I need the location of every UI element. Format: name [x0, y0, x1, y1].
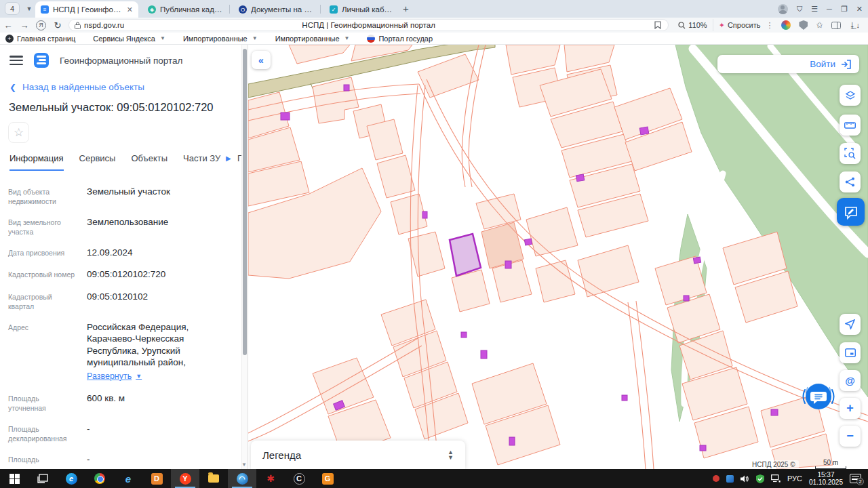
overview-map-button[interactable] — [840, 342, 861, 363]
alice-extension-icon[interactable] — [781, 20, 791, 30]
window-close-button[interactable]: ✕ — [856, 5, 863, 14]
cadastral-map[interactable]: « Войти @ + − — [248, 45, 868, 469]
window-restore-button[interactable]: ❐ — [841, 5, 848, 14]
tab-services[interactable]: Сервисы — [79, 153, 116, 171]
tab-counter[interactable]: 4 — [5, 2, 20, 15]
network-icon[interactable] — [771, 474, 781, 483]
parcel-fields: Вид объекта недвижимостиЗемельный участо… — [8, 180, 236, 488]
area-select-search-button[interactable] — [840, 143, 861, 164]
bookmark-home[interactable]: +Главная страниц — [5, 35, 75, 43]
chevron-left-icon: ❮ — [9, 83, 16, 92]
map-scale: 50 m — [815, 459, 846, 469]
yandex-button[interactable]: Я — [36, 20, 46, 30]
tabs-scroll-next-icon[interactable]: ▶ — [224, 155, 233, 162]
profile-avatar[interactable] — [778, 4, 788, 14]
ask-ai-button[interactable]: ✦ Спросить — [713, 19, 766, 31]
tab-information[interactable]: Информация — [9, 153, 64, 171]
antivirus-shield-icon[interactable] — [756, 474, 764, 483]
taskbar-chrome-icon[interactable] — [85, 469, 114, 488]
feedback-draw-button[interactable] — [837, 198, 865, 226]
start-button[interactable] — [0, 469, 28, 488]
zoom-in-button[interactable]: + — [840, 398, 861, 419]
menu-burger-icon[interactable] — [9, 56, 23, 65]
measure-ruler-button[interactable] — [840, 115, 861, 136]
taskbar-edge-icon[interactable]: e — [57, 469, 85, 488]
tab-objects[interactable]: Объекты — [131, 153, 167, 171]
login-button[interactable]: Войти — [717, 55, 859, 73]
downloads-icon[interactable]: ⭳̲↓ — [849, 21, 861, 29]
locate-me-button[interactable] — [840, 314, 861, 335]
tab-list-chevron-icon[interactable]: ▼ — [23, 2, 35, 15]
task-view-button[interactable] — [28, 469, 57, 488]
extensions-icon[interactable]: ✩ — [816, 20, 823, 30]
bookmark-icon[interactable] — [654, 21, 661, 29]
tab-close-icon[interactable]: ✕ — [127, 5, 133, 14]
taskbar-c-app-icon[interactable]: C — [285, 469, 313, 488]
map-canvas — [248, 45, 868, 469]
zoom-level-chip[interactable]: 110% — [673, 19, 713, 31]
scrollbar-thumb[interactable] — [243, 49, 247, 355]
tab-title: Публичная кадастровая — [160, 5, 225, 14]
field-row: Кадастровый квартал09:05:0120102 — [8, 285, 236, 316]
language-indicator[interactable]: РУС — [787, 474, 802, 483]
login-icon — [841, 60, 851, 69]
selected-parcel[interactable] — [450, 234, 481, 276]
field-row: Вид земельного участкаЗемлепользование — [8, 211, 236, 241]
coordinate-search-button[interactable]: @ — [840, 370, 861, 391]
field-row: Вид объекта недвижимостиЗемельный участо… — [8, 180, 236, 211]
panel-scrollbar[interactable]: ▼ — [241, 45, 248, 469]
collapse-panel-button[interactable]: « — [252, 51, 271, 69]
taskbar-explorer-icon[interactable] — [199, 469, 228, 488]
adblock-extension-icon[interactable] — [799, 20, 808, 30]
legend-bar[interactable]: Легенда ▲▼ — [251, 441, 465, 469]
tray-blue-icon[interactable] — [726, 475, 734, 483]
bookmarks-panel-icon[interactable]: ⛉ — [797, 5, 802, 14]
back-to-results-link[interactable]: ❮ Назад в найденные объекты — [9, 82, 144, 92]
browser-tab-docs[interactable]: О Документы на исполнени — [233, 1, 320, 18]
scroll-down-arrow-icon[interactable]: ▼ — [241, 462, 247, 468]
notifications-icon[interactable]: 2 — [850, 474, 861, 483]
window-minimize-button[interactable]: ─ — [827, 5, 832, 13]
browser-tab-account[interactable]: ✓ Личный кабинет — [324, 1, 397, 18]
taskbar-red-app-icon[interactable]: ✱ — [256, 469, 285, 488]
scale-label: 50 m — [815, 459, 846, 466]
nspd-logo — [34, 53, 49, 68]
bookmark-imported-2[interactable]: Импортированные▼ — [275, 35, 350, 43]
sidebar-extension-icon[interactable] — [831, 22, 841, 29]
sparkle-icon: ✦ — [719, 21, 725, 30]
taskbar-blue-app-icon[interactable]: ◠ — [228, 469, 256, 488]
taskbar-ie-icon[interactable]: e — [114, 469, 142, 488]
layers-button[interactable] — [840, 85, 861, 106]
field-row-address: Адрес Российская Федерация, Карачаево-Че… — [8, 316, 236, 388]
tray-red-icon[interactable] — [713, 475, 719, 482]
taskbar-garant-icon[interactable]: G — [313, 469, 342, 488]
new-tab-button[interactable]: + — [403, 3, 409, 14]
taskbar-yandex-browser-icon[interactable]: Y — [171, 469, 199, 488]
share-button[interactable] — [840, 171, 861, 192]
bookmark-imported-1[interactable]: Импортированные▼ — [183, 35, 258, 43]
url-field[interactable]: nspd.gov.ru НСПД | Геоинформационный пор… — [68, 19, 669, 31]
back-button[interactable]: ← — [0, 20, 16, 30]
favorite-star-button[interactable]: ☆ — [8, 122, 29, 143]
browser-tab-nspd[interactable]: ≡ НСПД | Геоинформаци ✕ — [35, 1, 138, 18]
browser-tab-pkk[interactable]: ◈ Публичная кадастровая — [142, 1, 231, 18]
expand-address-link[interactable]: Развернуть▼ — [87, 371, 142, 383]
zoom-out-button[interactable]: − — [840, 426, 861, 447]
bookmark-gosuslugi[interactable]: Портал государ — [367, 35, 433, 43]
reload-button[interactable]: ↻ — [50, 20, 66, 30]
forward-button[interactable]: → — [16, 20, 33, 30]
taskbar-orange-app-icon[interactable]: D — [142, 469, 171, 488]
tab-title: НСПД | Геоинформаци — [53, 5, 123, 14]
screen: 4 ▼ ≡ НСПД | Геоинформаци ✕ ◈ Публичная … — [0, 0, 868, 488]
panel-tabs: Информация Сервисы Объекты Части ЗУ Сост… — [9, 153, 225, 171]
chat-fab-button[interactable] — [800, 378, 837, 415]
address-bar: ← → Я ↻ nspd.gov.ru НСПД | Геоинформацио… — [0, 18, 868, 33]
docs-favicon: О — [239, 5, 247, 14]
volume-icon[interactable] — [741, 475, 749, 483]
taskbar-clock[interactable]: 15:37 01.10.2025 — [809, 471, 843, 486]
tab-separator — [320, 5, 321, 14]
browser-menu-icon[interactable]: ☰ — [811, 5, 818, 14]
tab-parts[interactable]: Части ЗУ — [183, 153, 220, 171]
omnibox-more-icon[interactable]: ⋮ — [766, 21, 773, 30]
bookmark-yandex-services[interactable]: Сервисы Яндекса▼ — [93, 35, 165, 43]
